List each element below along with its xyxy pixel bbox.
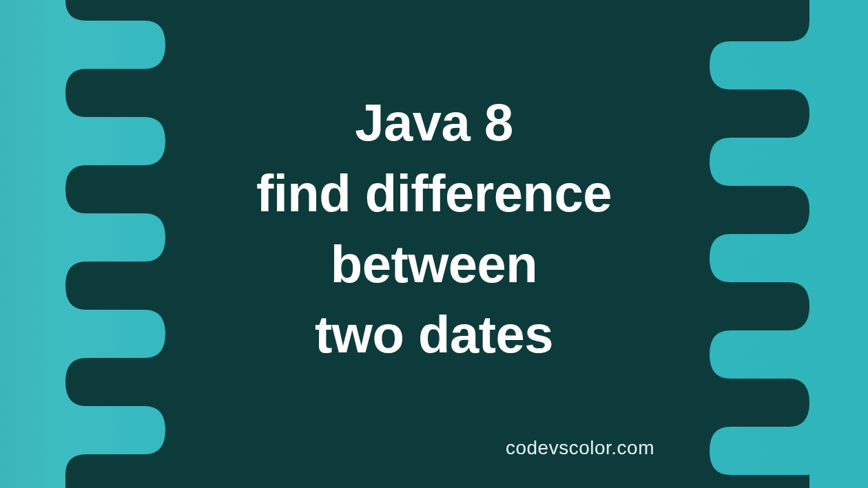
banner-canvas: Java 8 find difference between two dates… — [0, 0, 868, 488]
title-line-2: find difference — [256, 164, 612, 222]
title-line-3: between — [331, 235, 538, 293]
title-line-4: two dates — [315, 305, 553, 363]
banner-title: Java 8 find difference between two dates — [256, 87, 612, 370]
attribution-text: codevscolor.com — [506, 437, 654, 459]
content-container: Java 8 find difference between two dates — [0, 0, 868, 488]
title-line-1: Java 8 — [355, 93, 513, 151]
